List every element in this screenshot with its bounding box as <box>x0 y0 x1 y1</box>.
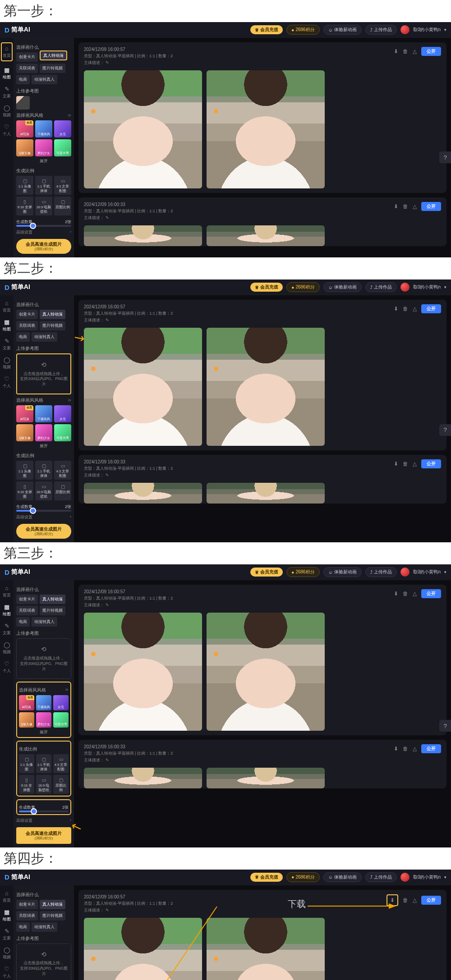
style-title: 选择画风风格⟳ <box>16 112 71 119</box>
credits-pill[interactable]: ● 2686积分 <box>286 282 319 292</box>
rail-video[interactable]: ◯视频 <box>3 105 11 118</box>
help-button[interactable]: ? <box>439 720 451 732</box>
tab-anime2real[interactable]: 动漫转真人 <box>32 75 57 84</box>
styles-grid: 会员AI写真 千禧画风 次元 Q版头像 梦幻少女 可爱月亮 <box>16 120 71 156</box>
app-step1: D简单AI ♕ 会员充值 ● 2686积分 ☺ 体验新动画 ⤴ 上传作品 取0的… <box>0 22 451 257</box>
ratio-option[interactable]: ▢1:1 手机屏保 <box>35 176 52 195</box>
card-body: 主体描述： ✎ <box>84 215 390 221</box>
download-icon[interactable]: ⬇ <box>394 203 398 210</box>
step-heading: 第二步： <box>0 257 451 279</box>
tab-related[interactable]: 关联词表 <box>16 64 38 73</box>
warning-icon[interactable]: △ <box>413 306 417 312</box>
card-meta: 类型：真人转动漫-平面插画 | 比例：1:1 | 数量：2 <box>84 53 390 59</box>
generate-button[interactable]: 会员高速生成图片(消耗2积分) <box>16 239 71 254</box>
expand-styles[interactable]: 展开 <box>16 158 71 164</box>
count-slider[interactable] <box>16 225 71 227</box>
avatar[interactable] <box>400 25 410 34</box>
warning-icon[interactable]: △ <box>413 48 417 55</box>
vip-button[interactable]: ♕ 会员充值 <box>250 283 283 292</box>
result-image[interactable] <box>84 70 202 188</box>
upload-title: 上传参考图 <box>16 88 71 94</box>
rail-video[interactable]: ◯视频 <box>3 357 11 370</box>
publish-button[interactable]: 公开 <box>421 202 441 211</box>
trash-icon[interactable]: 🗑 <box>403 48 408 55</box>
card-time: 2024/12/09 16:00:57 <box>84 47 390 52</box>
tips-button[interactable]: ☺ 体验新动画 <box>323 25 362 35</box>
style-item[interactable]: 次元 <box>54 120 71 137</box>
generate-button[interactable]: 会员高速生成图片(消耗2积分) <box>16 524 71 539</box>
tab-card[interactable]: 创意卡片 <box>16 52 38 62</box>
advanced-toggle[interactable]: 高级设置› <box>16 229 71 235</box>
ratio-option[interactable]: ▯9:16 全屏图 <box>16 197 33 215</box>
tab-related[interactable]: 关联词表 <box>16 321 38 330</box>
rail-copy[interactable]: ✎文案 <box>3 86 11 99</box>
ratio-option[interactable]: ▢1:1 头像图 <box>16 176 33 195</box>
rail-home[interactable]: ⌂首页 <box>3 300 11 313</box>
upload-area[interactable]: ⟲ 点击推选或拖拽上传，支持20M以内JPG、PNG图片 <box>16 353 71 394</box>
style-item[interactable]: 千禧画风 <box>35 120 52 137</box>
ratio-option[interactable]: ▢原图比例 <box>54 197 71 215</box>
warning-icon[interactable]: △ <box>413 897 417 903</box>
result-image[interactable] <box>207 70 325 188</box>
tab-anime2real[interactable]: 动漫转真人 <box>32 332 57 342</box>
style-item[interactable]: Q版头像 <box>16 139 33 156</box>
ratios-grid: ▢1:1 头像图 ▢1:1 手机屏保 ▭4:3 文章配图 ▯9:16 全屏图 ▭… <box>16 176 71 215</box>
credits-pill[interactable]: ● 2686积分 <box>286 25 319 35</box>
vip-button[interactable]: ♕ 会员充值 <box>250 25 283 34</box>
topbar: D简单AI ♕ 会员充值 ● 2686积分 ☺ 体验新动画 ⤴ 上传作品 取0的… <box>0 22 451 38</box>
highlight-arrow <box>308 902 398 911</box>
upload-works-button[interactable]: ⤴ 上传作品 <box>365 25 397 35</box>
download-icon[interactable]: ⬇ <box>394 306 398 312</box>
chevron-down-icon[interactable]: ▾ <box>444 27 446 32</box>
mode-tabs: 创意卡片 真人转动漫 关联词表 图片转视频 电商 动漫转真人 <box>16 52 71 84</box>
result-image[interactable] <box>84 225 202 246</box>
generation-card: 2024/12/09 16:00:33 类型：真人转动漫-平面插画 | 比例：1… <box>78 197 446 246</box>
style-item[interactable]: 梦幻少女 <box>35 139 52 156</box>
logo: D简单AI <box>5 26 30 34</box>
tab-img2vid[interactable]: 图片转视频 <box>40 321 65 330</box>
username: 取0的小黄鸭n <box>413 27 441 33</box>
card-meta: 类型：真人转动漫-平面插画 | 比例：1:1 | 数量：2 <box>84 208 390 214</box>
app-step4: D简单AI ♕ 会员充值 ● 2686积分 ☺ 体验新动画 ⤴ 上传作品 取0的… <box>0 870 451 980</box>
topbar-right: ♕ 会员充值 ● 2686积分 ☺ 体验新动画 ⤴ 上传作品 取0的小黄鸭n ▾ <box>250 25 446 35</box>
style-item[interactable]: 会员AI写真 <box>16 120 33 137</box>
download-icon[interactable]: ⬇ <box>394 48 398 55</box>
tab-card[interactable]: 创意卡片 <box>16 310 38 319</box>
ratio-option[interactable]: ▭16:9 电脑壁纸 <box>35 197 52 215</box>
card-time: 2024/12/09 16:00:33 <box>84 202 390 207</box>
tab-ecom[interactable]: 电商 <box>16 75 30 84</box>
publish-button[interactable]: 公开 <box>421 47 441 56</box>
step-heading: 第一步： <box>0 0 451 22</box>
rail-copy[interactable]: ✎文案 <box>3 338 11 351</box>
tips-button[interactable]: ☺ 体验新动画 <box>323 282 362 292</box>
ratio-title: 生成比例 <box>16 168 71 174</box>
rail-draw[interactable]: ▦绘图 <box>3 319 11 332</box>
card-body: 主体描述： ✎ <box>84 60 390 66</box>
ratio-option[interactable]: ▭4:3 文章配图 <box>54 176 71 195</box>
help-button[interactable]: ? <box>439 151 451 163</box>
uploaded-thumb[interactable] <box>16 96 30 110</box>
generate-button[interactable]: 会员高速生成图片(消耗2积分) <box>16 827 71 844</box>
rail-me[interactable]: ♡个人 <box>3 124 11 137</box>
tab-real2anime[interactable]: 真人转动漫 <box>40 50 67 60</box>
trash-icon[interactable]: 🗑 <box>403 306 408 312</box>
tab-ecom[interactable]: 电商 <box>16 332 30 342</box>
rail-home[interactable]: ⌂首页 <box>1 42 13 61</box>
result-image[interactable] <box>207 225 325 246</box>
main-panel: 2024/12/09 16:00:57 类型：真人转动漫-平面插画 | 比例：1… <box>74 38 451 257</box>
style-item[interactable]: 可爱月亮 <box>54 139 71 156</box>
upload-works-button[interactable]: ⤴ 上传作品 <box>365 282 397 292</box>
step-heading: 第三步： <box>0 542 451 564</box>
tab-img2vid[interactable]: 图片转视频 <box>40 64 65 73</box>
rail-me[interactable]: ♡个人 <box>3 376 11 389</box>
tab-real2anime[interactable]: 真人转动漫 <box>40 310 65 319</box>
warning-icon[interactable]: △ <box>413 203 417 210</box>
sidebar: 选择画什么 创意卡片 真人转动漫 关联词表 图片转视频 电商 动漫转真人 上传参… <box>14 38 74 257</box>
trash-icon[interactable]: 🗑 <box>403 897 408 903</box>
download-label: 下载 <box>288 898 306 910</box>
trash-icon[interactable]: 🗑 <box>403 203 408 210</box>
generation-card: 2024/12/09 16:00:57 类型：真人转动漫-平面插画 | 比例：1… <box>78 42 446 193</box>
rail-draw[interactable]: ▦绘图 <box>3 67 11 80</box>
help-button[interactable]: ? <box>439 424 451 436</box>
upload-icon: ⟲ <box>20 361 68 370</box>
